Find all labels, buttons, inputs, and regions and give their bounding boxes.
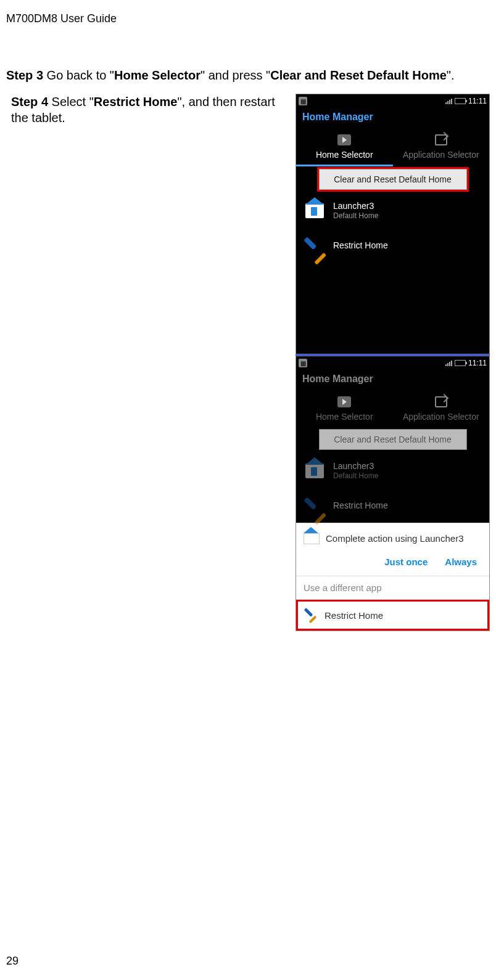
tab-app-selector[interactable]: Application Selector xyxy=(393,126,490,166)
clock: 11:11 xyxy=(468,97,487,105)
clock: 11:11 xyxy=(468,359,487,367)
chooser-launcher3[interactable]: Complete action using Launcher3 xyxy=(296,523,489,553)
wrench-icon xyxy=(304,495,325,516)
battery-icon xyxy=(455,98,466,104)
step3-t1: Go back to " xyxy=(43,68,114,82)
action-chooser: Complete action using Launcher3 Just onc… xyxy=(296,523,489,631)
screenshot-2: ▦ 11:11 Home Manager Home Selector xyxy=(296,356,490,631)
launcher-item-restrict-dim: Restrict Home xyxy=(296,488,489,523)
tab-home-label: Home Selector xyxy=(316,150,373,160)
launcher2-title: Restrict Home xyxy=(333,240,388,250)
wrench-icon xyxy=(304,235,325,256)
step3-t2: " and press " xyxy=(200,68,270,82)
status-bar: ▦ 11:11 xyxy=(296,356,489,370)
step3-b2: Clear and Reset Default Home xyxy=(270,68,447,82)
step3-prefix: Step 3 xyxy=(6,68,43,82)
launch-icon xyxy=(435,396,447,407)
launcher1-title: Launcher3 xyxy=(333,201,374,211)
tab-app-selector: Application Selector xyxy=(393,388,490,427)
battery-icon xyxy=(455,360,466,366)
step4-b1: Restrict Home xyxy=(94,95,178,108)
screenshot-1: ▦ 11:11 Home Manager Home Selector xyxy=(296,94,490,354)
tab-home-selector: Home Selector xyxy=(296,388,393,427)
clear-reset-button-dim: Clear and Reset Default Home xyxy=(319,429,467,450)
launcher1-title: Launcher3 xyxy=(333,461,374,471)
house-icon xyxy=(304,532,318,544)
launcher-item-restrict[interactable]: Restrict Home xyxy=(296,228,489,263)
running-app-icon: ▦ xyxy=(299,97,307,105)
status-bar: ▦ 11:11 xyxy=(296,94,489,108)
play-icon xyxy=(337,396,351,407)
house-icon xyxy=(305,463,324,478)
signal-icon xyxy=(445,98,452,104)
tab-app-label: Application Selector xyxy=(403,150,479,160)
launcher-item-launcher3[interactable]: Launcher3 Default Home xyxy=(296,194,489,228)
step3-b1: Home Selector xyxy=(114,68,200,82)
tab-app-label: Application Selector xyxy=(403,412,479,422)
step3-t3: ". xyxy=(447,68,455,82)
use-different-app-label: Use a different app xyxy=(296,576,489,600)
launcher1-sub: Default Home xyxy=(333,211,378,220)
step3-line: Step 3 Go back to "Home Selector" and pr… xyxy=(6,68,490,83)
running-app-icon: ▦ xyxy=(299,359,307,367)
tab-home-label: Home Selector xyxy=(316,412,373,422)
chooser-restrict-home[interactable]: Restrict Home xyxy=(296,600,489,631)
house-icon xyxy=(305,203,324,218)
launch-icon xyxy=(435,134,447,145)
signal-icon xyxy=(445,360,452,366)
play-icon xyxy=(337,134,351,145)
app-title-dim: Home Manager xyxy=(296,370,489,388)
clear-reset-button[interactable]: Clear and Reset Default Home xyxy=(319,169,467,190)
app-title: Home Manager xyxy=(296,108,489,126)
chooser-restrict-label: Restrict Home xyxy=(324,610,383,621)
tab-home-selector[interactable]: Home Selector xyxy=(296,126,393,166)
step4-prefix: Step 4 xyxy=(11,95,48,108)
doc-header: M700DM8 User Guide xyxy=(6,12,490,25)
chooser-title: Complete action using Launcher3 xyxy=(326,533,463,544)
wrench-icon xyxy=(304,608,317,622)
page-number: 29 xyxy=(6,955,19,968)
launcher-item-launcher3-dim: Launcher3 Default Home xyxy=(296,454,489,488)
step4-line: Step 4 Select "Restrict Home", and then … xyxy=(11,94,289,126)
launcher1-sub: Default Home xyxy=(333,472,378,480)
step4-t1: Select " xyxy=(48,95,94,108)
launcher2-title: Restrict Home xyxy=(333,500,388,510)
always-button[interactable]: Always xyxy=(445,557,477,567)
just-once-button[interactable]: Just once xyxy=(384,557,428,567)
